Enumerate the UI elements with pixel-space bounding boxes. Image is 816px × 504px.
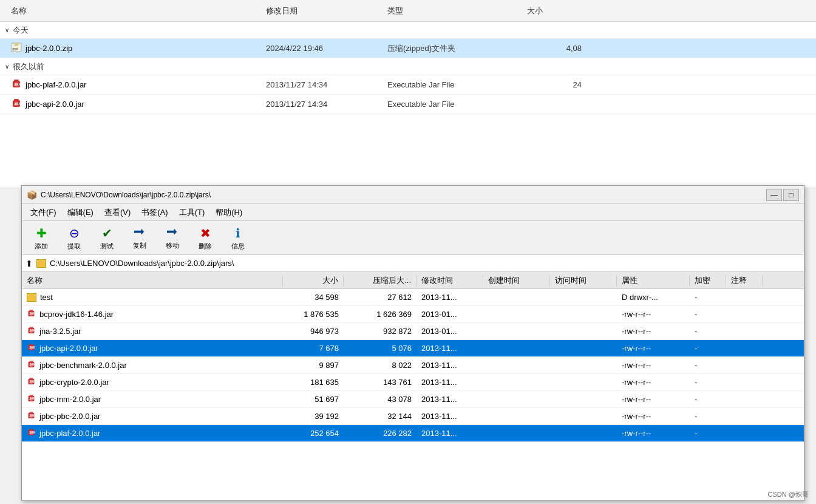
zip-row-attr: -rw-r--r-- xyxy=(617,327,690,336)
folder-icon xyxy=(27,293,36,302)
zip-row-size: 34 598 xyxy=(283,293,344,302)
zcol-comment[interactable]: 注释 xyxy=(726,275,763,286)
minimize-button[interactable]: — xyxy=(766,189,782,201)
zip-row-name: JAR jpbc-api-2.0.0.jar xyxy=(22,343,283,353)
zcol-ctime[interactable]: 创建时间 xyxy=(483,275,550,286)
zcol-enc[interactable]: 加密 xyxy=(690,275,726,286)
zcol-size[interactable]: 大小 xyxy=(283,275,344,286)
jar-icon: JAR xyxy=(27,326,36,336)
old-file-row[interactable]: JAR jpbc-api-2.0.0.jar 2013/11/27 14:34 … xyxy=(0,95,816,114)
zip-file-name: bcprov-jdk16-1.46.jar xyxy=(39,310,114,319)
zcol-attr[interactable]: 属性 xyxy=(617,275,690,286)
zip-menu-item[interactable]: 文件(F) xyxy=(25,206,61,219)
zip-menu-item[interactable]: 查看(V) xyxy=(100,206,135,219)
zip-rows: test 34 598 27 612 2013-11... D drwxr-..… xyxy=(22,289,804,442)
zip-file-row[interactable]: JAR jpbc-api-2.0.0.jar 7 678 5 076 2013-… xyxy=(22,340,804,357)
zip-row-attr: -rw-r--r-- xyxy=(617,361,690,370)
section-long-ago[interactable]: ∨ 很久以前 xyxy=(0,58,816,75)
toolbar-label: 添加 xyxy=(35,242,48,251)
svg-rect-39 xyxy=(29,412,33,413)
title-left: 📦 C:\Users\LENOVO\Downloads\jar\jpbc-2.0… xyxy=(27,190,211,200)
zip-row-size: 9 897 xyxy=(283,361,344,370)
toolbar-icon: ✖ xyxy=(198,226,212,240)
chevron-icon-2: ∨ xyxy=(5,63,9,70)
zip-address-bar: ⬆ C:\Users\LENOVO\Downloads\jar\jpbc-2.0… xyxy=(22,255,804,272)
toolbar-btn-移动[interactable]: ⮕ 移动 xyxy=(157,223,188,253)
toolbar-icon: ⊖ xyxy=(67,226,81,240)
today-file-row[interactable]: ZIP jpbc-2.0.0.zip 2024/4/22 19:46 压缩(zi… xyxy=(0,39,816,58)
zip-file-list[interactable]: 名称 大小 压缩后大... 修改时间 创建时间 访问时间 属性 加密 注释 te… xyxy=(22,272,804,500)
toolbar-btn-信息[interactable]: ℹ 信息 xyxy=(222,223,254,253)
zip-menu-item[interactable]: 帮助(H) xyxy=(211,206,247,219)
zip-row-size: 7 678 xyxy=(283,344,344,353)
col-header-size[interactable]: 大小 xyxy=(527,5,588,16)
window-controls: — □ xyxy=(766,189,799,201)
zip-menu-item[interactable]: 编辑(E) xyxy=(63,206,98,219)
column-headers: 名称 修改日期 类型 大小 xyxy=(0,0,816,22)
toolbar-btn-删除[interactable]: ✖ 删除 xyxy=(189,223,221,253)
col-header-date[interactable]: 修改日期 xyxy=(266,5,387,16)
zip-row-attr: -rw-r--r-- xyxy=(617,344,690,353)
old-files-list: JAR jpbc-plaf-2.0.0.jar 2013/11/27 14:34… xyxy=(0,75,816,114)
jar-icon: JAR xyxy=(27,411,36,421)
zip-row-name: JAR jpbc-mm-2.0.0.jar xyxy=(22,394,283,404)
zip-file-row[interactable]: JAR jpbc-crypto-2.0.0.jar 181 635 143 76… xyxy=(22,374,804,391)
file-type: Executable Jar File xyxy=(387,80,527,89)
zip-file-row[interactable]: JAR jpbc-mm-2.0.0.jar 51 697 43 078 2013… xyxy=(22,391,804,408)
zip-file-row[interactable]: JAR jpbc-plaf-2.0.0.jar 252 654 226 282 … xyxy=(22,425,804,442)
zcol-name[interactable]: 名称 xyxy=(22,275,283,286)
zip-address-text[interactable]: C:\Users\LENOVO\Downloads\jar\jpbc-2.0.0… xyxy=(50,259,234,268)
file-icon: JAR xyxy=(11,98,22,110)
zip-row-enc: - xyxy=(690,378,726,387)
col-header-type[interactable]: 类型 xyxy=(387,5,527,16)
zip-row-size: 51 697 xyxy=(283,395,344,404)
zip-row-enc: - xyxy=(690,361,726,370)
zip-row-csize: 27 612 xyxy=(344,293,416,302)
zip-file-name: jpbc-benchmark-2.0.0.jar xyxy=(39,361,127,370)
toolbar-icon: ⮕ xyxy=(165,226,180,240)
svg-rect-6 xyxy=(15,43,18,44)
toolbar-btn-提取[interactable]: ⊖ 提取 xyxy=(58,223,90,253)
restore-button[interactable]: □ xyxy=(783,189,799,201)
toolbar-btn-添加[interactable]: ✚ 添加 xyxy=(25,223,57,253)
toolbar-label: 提取 xyxy=(67,242,81,251)
svg-text:JAR: JAR xyxy=(14,83,22,86)
old-file-row[interactable]: JAR jpbc-plaf-2.0.0.jar 2013/11/27 14:34… xyxy=(0,75,816,95)
zip-menu-item[interactable]: 书签(A) xyxy=(137,206,172,219)
jar-icon: JAR xyxy=(27,360,36,370)
svg-text:JAR: JAR xyxy=(29,431,35,435)
zip-row-enc: - xyxy=(690,327,726,336)
zip-file-row[interactable]: JAR bcprov-jdk16-1.46.jar 1 876 535 1 62… xyxy=(22,306,804,323)
svg-text:JAR: JAR xyxy=(29,346,35,350)
toolbar-btn-测试[interactable]: ✔ 测试 xyxy=(91,223,123,253)
zip-file-row[interactable]: test 34 598 27 612 2013-11... D drwxr-..… xyxy=(22,289,804,306)
zip-row-csize: 1 626 369 xyxy=(344,310,416,319)
toolbar-icon: ℹ xyxy=(231,226,245,240)
svg-rect-43 xyxy=(29,429,33,430)
zip-file-row[interactable]: JAR jpbc-benchmark-2.0.0.jar 9 897 8 022… xyxy=(22,357,804,374)
zip-row-enc: - xyxy=(690,395,726,404)
zip-file-name: jpbc-pbc-2.0.0.jar xyxy=(39,412,100,421)
zip-row-csize: 932 872 xyxy=(344,327,416,336)
zip-row-enc: - xyxy=(690,429,726,438)
zcol-csize[interactable]: 压缩后大... xyxy=(344,275,416,286)
zip-title-bar: 📦 C:\Users\LENOVO\Downloads\jar\jpbc-2.0… xyxy=(22,186,804,204)
zip-menu-item[interactable]: 工具(T) xyxy=(174,206,210,219)
zip-row-name: JAR jpbc-benchmark-2.0.0.jar xyxy=(22,360,283,370)
file-date: 2013/11/27 14:34 xyxy=(266,80,387,89)
zip-row-mtime: 2013-11... xyxy=(416,395,483,404)
address-up-icon[interactable]: ⬆ xyxy=(25,259,33,268)
zip-toolbar-buttons: ✚ 添加 ⊖ 提取 ✔ 测试 ⮕ 复制 ⮕ 移动 ✖ 删除 ℹ 信息 xyxy=(25,223,254,253)
col-header-name[interactable]: 名称 xyxy=(5,5,266,16)
zip-row-mtime: 2013-11... xyxy=(416,429,483,438)
toolbar-btn-复制[interactable]: ⮕ 复制 xyxy=(124,223,155,253)
zip-file-row[interactable]: JAR jna-3.2.5.jar 946 973 932 872 2013-0… xyxy=(22,323,804,340)
zip-file-name: jna-3.2.5.jar xyxy=(39,327,81,336)
zcol-atime[interactable]: 访问时间 xyxy=(550,275,617,286)
chevron-icon: ∨ xyxy=(5,27,9,33)
zip-file-row[interactable]: JAR jpbc-pbc-2.0.0.jar 39 192 32 144 201… xyxy=(22,408,804,425)
section-today[interactable]: ∨ 今天 xyxy=(0,22,816,39)
zcol-mtime[interactable]: 修改时间 xyxy=(416,275,483,286)
zip-row-name: JAR jpbc-plaf-2.0.0.jar xyxy=(22,428,283,438)
svg-rect-19 xyxy=(29,327,33,328)
